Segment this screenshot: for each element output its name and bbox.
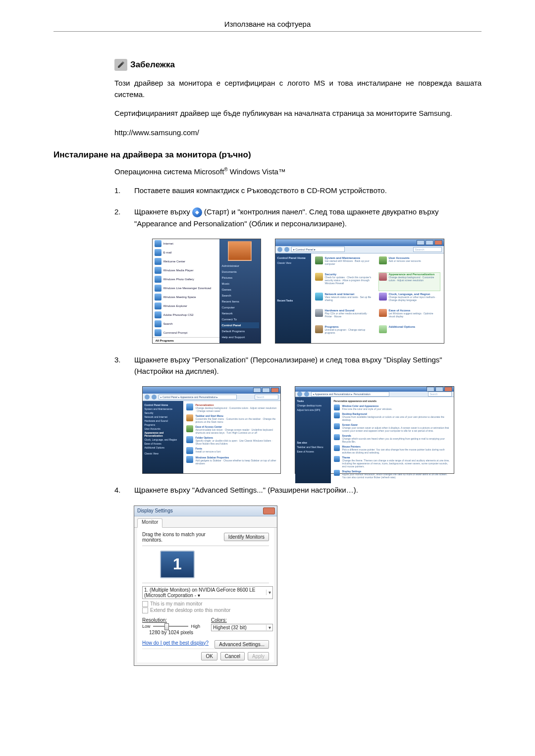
dd-slider-high: High — [191, 624, 200, 629]
note-text-1: Този драйвер за монитора е сертифициран … — [114, 78, 482, 100]
sm-r-4: Games — [221, 287, 259, 293]
registered-mark: ® — [224, 167, 227, 172]
dd-colors-heading: Colors: — [211, 617, 269, 623]
minimize-icon — [253, 388, 261, 393]
page-header-title: Използване на софтуера — [54, 20, 482, 32]
sm-r-2: Pictures — [221, 275, 259, 281]
sm-item-7: Windows Explorer — [163, 304, 187, 307]
pl-item-2-s: Change your screen saver or adjust when … — [342, 426, 451, 432]
step-4-screenshots: Display Settings Monitor Drag the icons … — [134, 506, 482, 665]
ap-side-5: Programs — [145, 423, 181, 426]
pl-item-0-s: Fine tune the color and style of your wi… — [342, 407, 392, 410]
checkbox-main-monitor — [142, 601, 148, 607]
identify-monitors-button: Identify Monitors — [224, 533, 269, 541]
sm-item-1: E-mail — [163, 251, 172, 254]
sm-r-3: Music — [221, 281, 259, 287]
ap-item-0-s: Change desktop background · Customize co… — [196, 406, 277, 412]
step-3-text: Щракнете върху "Personalization" (Персон… — [134, 354, 482, 377]
step-2-text-a: Щракнете върху — [134, 207, 192, 216]
ap-side-7: Appearance and Personalization — [145, 431, 181, 437]
windows-start-orb-icon — [192, 207, 202, 217]
ap-item-4-s: Install or remove a font — [196, 450, 221, 453]
pl-side-0: Change desktop icons — [297, 404, 329, 407]
ap-item-2-s: Accommodate low vision · Change screen r… — [196, 428, 277, 434]
maximize-icon — [435, 387, 443, 392]
ap-address: ▸ Control Panel ▸ Appearance and Persona… — [159, 395, 237, 400]
dd-tab-monitor: Monitor — [137, 518, 162, 528]
step-2-screenshots: Internet E-mail Welcome Center Windows M… — [114, 239, 482, 343]
ap-side-4: Hardware and Sound — [145, 419, 181, 422]
sm-all-programs: All Programs — [153, 337, 219, 344]
close-icon — [434, 240, 442, 245]
ap-item-5-s: Add gadgets to Sidebar · Choose whether … — [196, 459, 277, 465]
dd-help-link: How do I get the best display? — [142, 640, 209, 649]
cp-cat-7-s: Let Windows suggest settings · Optimize … — [389, 312, 440, 318]
forward-nav-icon — [152, 395, 157, 400]
sm-user-avatar — [228, 241, 252, 261]
sm-item-10: Command Prompt — [163, 331, 188, 334]
sm-r-8: Network — [221, 310, 259, 316]
step-3-number: 3. — [114, 354, 123, 377]
close-icon — [271, 388, 279, 393]
pl-seealso-1: Ease of Access — [297, 450, 329, 453]
pl-title: Personalize appearance and sounds — [334, 400, 451, 403]
sm-r-1: Documents — [221, 269, 259, 275]
pl-item-1-s: Choose from available backgrounds or col… — [342, 415, 451, 421]
cp-cat-1-s: Add or remove user accounts — [389, 259, 421, 262]
note-header: Забележка — [114, 59, 482, 71]
sm-item-2: Welcome Center — [163, 260, 186, 263]
sm-r-9: Connect To — [221, 316, 259, 322]
pl-seealso-0: Taskbar and Start Menu — [297, 446, 329, 449]
cp-side-home: Control Panel Home — [277, 256, 309, 259]
ap-side-0: Control Panel Home — [145, 403, 181, 406]
ap-side-6: User Accounts — [145, 427, 181, 430]
dd-title: Display Settings — [137, 508, 173, 513]
sm-item-8: Adobe Photoshop CS2 — [163, 313, 194, 316]
dd-slider-low: Low — [142, 624, 151, 629]
dd-monitor-preview: 1 — [160, 551, 195, 578]
cp-side-recent-hd: Recent Tasks — [277, 299, 309, 302]
dd-monitor-select-value: 1. (Multiple Monitors) on NVIDIA GeForce… — [144, 587, 266, 598]
pl-item-4-s: Pick a different mouse pointer. You can … — [342, 448, 451, 454]
step-2-number: 2. — [114, 206, 123, 229]
maximize-icon — [426, 240, 433, 245]
cp-side-classic: Classic View — [277, 261, 309, 264]
ap-side-9: Ease of Access — [145, 442, 181, 445]
note-text-2: Сертифицираният драйвер ще бъде публикув… — [114, 108, 482, 119]
dd-drag-label: Drag the icons to match your monitors. — [142, 532, 224, 543]
dd-monitor-select: 1. (Multiple Monitors) on NVIDIA GeForce… — [142, 586, 273, 599]
sm-r-5: Search — [221, 293, 259, 299]
advanced-settings-button: Advanced Settings... — [214, 640, 269, 649]
sm-r-6: Recent Items — [221, 299, 259, 304]
back-nav-icon — [277, 247, 282, 252]
pl-side-1: Adjust font size (DPI) — [297, 408, 329, 411]
ap-side-1: System and Maintenance — [145, 407, 181, 410]
sm-item-0: Internet — [163, 242, 173, 245]
close-icon — [263, 507, 275, 514]
cp-cat-8-s: Uninstall a program · Change startup pro… — [325, 328, 376, 334]
step-1-text: Поставете вашия компактдиск с Ръководств… — [134, 185, 482, 196]
display-settings-dialog-figure: Display Settings Monitor Drag the icons … — [134, 506, 277, 665]
cancel-button: Cancel — [220, 652, 245, 660]
forward-nav-icon — [284, 247, 289, 252]
control-panel-figure: ▸ Control Panel ▸ Search Control Panel H… — [275, 239, 444, 343]
close-icon — [444, 387, 452, 392]
pl-item-3-s: Change which sounds are heard when you d… — [342, 437, 451, 443]
step-4-text: Щракнете върху "Advanced Settings..." (Р… — [134, 484, 482, 496]
back-nav-icon — [145, 395, 150, 400]
appearance-panel-figure: ▸ Control Panel ▸ Appearance and Persona… — [143, 387, 280, 473]
pl-address: ▸ Appearance and Personalization ▸ Perso… — [311, 392, 389, 397]
apply-button: Apply — [248, 652, 269, 660]
dd-resolution-value: 1280 by 1024 pixels — [142, 630, 200, 635]
sm-r-control-panel: Control Panel — [221, 322, 259, 328]
ok-button: OK — [201, 652, 217, 660]
ap-side-10: Additional Options — [145, 446, 181, 449]
pl-side-hd: Tasks — [297, 400, 329, 403]
cp-cat-6-s: Play CDs or other media automatically · … — [325, 312, 376, 318]
sm-item-3: Windows Media Player — [163, 269, 194, 272]
pl-seealso-hd: See also — [297, 441, 329, 444]
dd-colors-select: Highest (32 bit) ▾ — [211, 624, 273, 631]
dd-cb2-label: Extend the desktop onto this monitor — [150, 607, 230, 613]
chevron-down-icon: ▾ — [266, 625, 271, 630]
ap-side-8: Clock, Language, and Region — [145, 438, 181, 441]
